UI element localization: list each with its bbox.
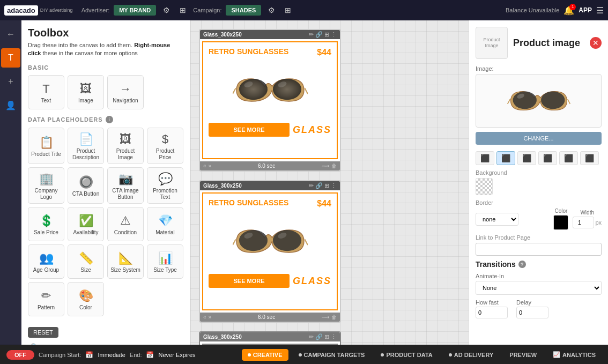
timeline-2[interactable]: ⟿ xyxy=(322,314,329,320)
animate-in-select[interactable]: None xyxy=(476,281,602,295)
timeline-1[interactable]: ⟿ xyxy=(322,163,329,169)
campaign-view-icon[interactable]: ⊞ xyxy=(282,5,294,16)
align-row: ⬛ ⬛ ⬛ ⬛ ⬛ ⬛ xyxy=(476,151,602,165)
ad-canvas-1[interactable]: RETRO SUNGLASSES $44 xyxy=(202,41,338,159)
tool-navigation[interactable]: → Navigation xyxy=(107,75,144,109)
tab-preview[interactable]: PREVIEW xyxy=(503,349,543,361)
prev-frame-1[interactable]: « xyxy=(203,163,206,169)
tool-cta-button[interactable]: 🔘 CTA Button xyxy=(68,167,104,204)
align-middle-btn[interactable]: ⬛ xyxy=(559,151,578,165)
tool-condition[interactable]: ⚠ Condition xyxy=(107,207,144,241)
text-tool-icon: T xyxy=(42,82,49,96)
ad-cta-btn-2[interactable]: SEE MORE xyxy=(209,274,290,288)
balance-text: Balance Unavailable xyxy=(506,7,559,13)
tab-creative[interactable]: CREATIVE xyxy=(242,349,288,361)
ad-card-1[interactable]: Glass_300x250 ✏ 🔗 ⊞ ⋮ RETRO SUNGLASSES $… xyxy=(199,29,341,172)
data-info-icon[interactable]: i xyxy=(106,116,113,123)
tool-product-price[interactable]: $ Product Price xyxy=(147,128,183,164)
border-style-select[interactable]: none xyxy=(476,213,518,226)
sidebar-users-icon[interactable]: 👤 xyxy=(1,95,20,115)
campaign-button[interactable]: SHADES xyxy=(226,5,261,16)
tool-pattern[interactable]: ✏ Pattern xyxy=(28,282,64,316)
delay-input[interactable] xyxy=(516,307,548,318)
tab-analytics[interactable]: 📈 ANALYTICS xyxy=(547,348,602,361)
align-bottom-btn[interactable]: ⬛ xyxy=(580,151,599,165)
more-icon-2[interactable]: ⋮ xyxy=(331,182,337,189)
tool-product-description[interactable]: 📄 Product Description xyxy=(68,128,104,164)
logo: adacado DIY advertising xyxy=(4,5,73,16)
align-top-btn[interactable]: ⬛ xyxy=(538,151,557,165)
campaign-targets-label: CAMPAIGN TARGETS xyxy=(304,352,365,358)
campaign-settings-icon[interactable]: ⚙ xyxy=(265,5,278,16)
tool-color[interactable]: 🎨 Color xyxy=(68,282,104,316)
tool-material[interactable]: 💎 Material xyxy=(147,207,183,241)
background-checker[interactable] xyxy=(476,178,493,195)
tool-cta-image-button[interactable]: 📷 CTA Image Button xyxy=(107,167,144,204)
tool-size-system[interactable]: 📐 Size System xyxy=(107,244,144,279)
reset-button[interactable]: RESET xyxy=(28,327,58,338)
link-icon-2[interactable]: 🔗 xyxy=(315,182,323,189)
brand-settings-icon[interactable]: ⚙ xyxy=(160,5,173,16)
tool-text[interactable]: T Text xyxy=(28,75,64,109)
tool-sale-price[interactable]: 💲 Sale Price xyxy=(28,207,64,241)
campaign-toggle[interactable]: OFF xyxy=(6,350,34,360)
next-frame-1[interactable]: » xyxy=(209,163,212,169)
change-image-btn[interactable]: CHANGE... xyxy=(476,132,602,145)
tool-image[interactable]: 🖼 Image xyxy=(68,75,104,109)
edit-icon-3[interactable]: ✏ xyxy=(309,333,314,340)
align-center-btn[interactable]: ⬛ xyxy=(496,151,515,165)
tab-product-data[interactable]: PRODUCT DATA xyxy=(375,349,438,361)
tool-company-logo[interactable]: 🏢 Company Logo xyxy=(28,167,64,204)
align-right-btn[interactable]: ⬛ xyxy=(517,151,536,165)
view-icon-3[interactable]: ⊞ xyxy=(324,333,329,340)
more-icon-3[interactable]: ⋮ xyxy=(331,333,337,340)
border-width-input[interactable] xyxy=(573,217,594,228)
edit-icon-2[interactable]: ✏ xyxy=(309,182,314,189)
sidebar-add-icon[interactable]: + xyxy=(1,72,20,91)
canvas-area[interactable]: Glass_300x250 ✏ 🔗 ⊞ ⋮ RETRO SUNGLASSES $… xyxy=(190,20,469,345)
tab-ad-delivery[interactable]: AD DELIVERY xyxy=(443,349,500,361)
ad-canvas-2[interactable]: RETRO SUNGLASSES $44 xyxy=(202,192,338,310)
sidebar-back-icon[interactable]: ← xyxy=(1,25,20,44)
tool-product-title[interactable]: 📋 Product Title xyxy=(28,128,64,164)
delete-1[interactable]: 🗑 xyxy=(331,163,337,169)
next-frame-2[interactable]: » xyxy=(209,314,212,320)
sidebar-toolbox-icon[interactable]: T xyxy=(1,48,20,68)
close-product-image-btn[interactable]: ✕ xyxy=(590,37,602,49)
edit-icon-1[interactable]: ✏ xyxy=(309,31,314,38)
basic-section-label: BASIC xyxy=(28,64,183,71)
background-label: Background xyxy=(476,169,602,176)
size-icon: 📏 xyxy=(79,251,93,265)
tool-promotion-text[interactable]: 💬 Promotion Text xyxy=(147,167,183,204)
ad-card-3[interactable]: Glass_300x250 ✏ 🔗 ⊞ ⋮ RETRO SUNGLASSES $… xyxy=(199,331,341,345)
border-color-swatch[interactable] xyxy=(553,215,568,230)
how-fast-input[interactable] xyxy=(476,307,508,318)
transitions-help-icon[interactable]: ? xyxy=(518,261,526,268)
link-icon-1[interactable]: 🔗 xyxy=(315,31,323,38)
notification-button[interactable]: 🔔 1 xyxy=(563,5,574,16)
brand-view-icon[interactable]: ⊞ xyxy=(177,5,189,16)
tool-size[interactable]: 📏 Size xyxy=(68,244,104,279)
tool-size-type[interactable]: 📊 Size Type xyxy=(147,244,183,279)
tab-campaign-targets[interactable]: CAMPAIGN TARGETS xyxy=(293,349,371,361)
link-input[interactable] xyxy=(476,243,602,256)
app-button[interactable]: APP xyxy=(579,6,592,14)
tool-age-group[interactable]: 👥 Age Group xyxy=(28,244,64,279)
delete-2[interactable]: 🗑 xyxy=(331,314,337,320)
toolbox-description: Drag these into the canvas to add them. … xyxy=(28,41,183,58)
tool-product-image[interactable]: 🖼 Product Image xyxy=(107,128,144,164)
cta-image-icon: 📷 xyxy=(118,172,133,186)
tool-availability[interactable]: ✅ Availability xyxy=(68,207,104,241)
ad-canvas-3[interactable]: RETRO SUNGLASSES $44 xyxy=(202,344,338,345)
align-left-btn[interactable]: ⬛ xyxy=(476,151,494,165)
link-icon-3[interactable]: 🔗 xyxy=(315,333,323,340)
ad-card-2[interactable]: Glass_300x250 ✏ 🔗 ⊞ ⋮ RETRO SUNGLASSES $… xyxy=(199,180,341,323)
more-icon-1[interactable]: ⋮ xyxy=(331,31,337,38)
menu-icon[interactable]: ☰ xyxy=(596,5,604,16)
view-icon-2[interactable]: ⊞ xyxy=(324,182,329,189)
zoom-search-icon[interactable]: 🔍 xyxy=(28,342,41,345)
brand-button[interactable]: MY BRAND xyxy=(114,5,156,16)
ad-cta-btn-1[interactable]: SEE MORE xyxy=(209,123,290,137)
prev-frame-2[interactable]: « xyxy=(203,314,206,320)
view-icon-1[interactable]: ⊞ xyxy=(324,31,329,38)
